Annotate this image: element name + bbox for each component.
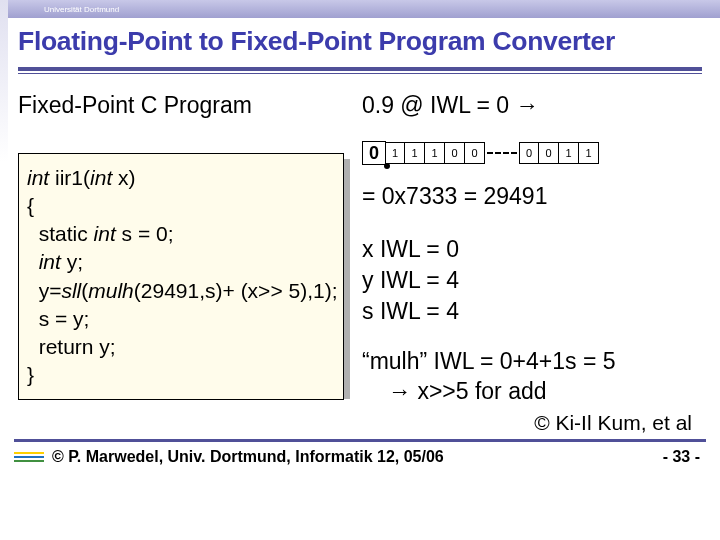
bit-cell: 0 (519, 142, 539, 164)
mulh-line1: “mulh” IWL = 0+4+1s = 5 (362, 347, 702, 377)
page-number: - 33 - (663, 448, 700, 466)
bit-sign: 0 (362, 141, 386, 165)
iwl-s: s IWL = 4 (362, 296, 702, 327)
code-box: int iir1(int x) { static int s = 0; int … (18, 153, 348, 400)
iwl-y: y IWL = 4 (362, 265, 702, 296)
bit-row: 0 1 1 1 0 0 0 0 1 1 (362, 141, 702, 165)
title-divider (18, 67, 702, 74)
bit-cell: 1 (579, 142, 599, 164)
right-expression: 0.9 @ IWL = 0 → (362, 92, 702, 119)
right-column: 0.9 @ IWL = 0 → 0 1 1 1 0 0 0 0 1 1 = 0x… (362, 92, 702, 407)
mulh-block: “mulh” IWL = 0+4+1s = 5 → x>>5 for add (362, 347, 702, 407)
left-subhead: Fixed-Point C Program (18, 92, 348, 119)
university-label: Universität Dortmund (44, 5, 119, 14)
bit-cell: 1 (385, 142, 405, 164)
bit-cell: 0 (445, 142, 465, 164)
bit-cell: 0 (465, 142, 485, 164)
logo-icon (14, 446, 44, 468)
credit: © Ki-Il Kum, et al (18, 411, 702, 435)
iwl-block: x IWL = 0 y IWL = 4 s IWL = 4 (362, 234, 702, 327)
footer: © P. Marwedel, Univ. Dortmund, Informati… (0, 442, 720, 468)
bit-cell: 0 (539, 142, 559, 164)
slide-content: Floating-Point to Fixed-Point Program Co… (0, 18, 720, 435)
iwl-x: x IWL = 0 (362, 234, 702, 265)
bit-cell: 1 (559, 142, 579, 164)
bit-cell: 1 (405, 142, 425, 164)
topbar: Universität Dortmund (0, 0, 720, 18)
hex-equals: = 0x7333 = 29491 (362, 183, 702, 210)
slide-title: Floating-Point to Fixed-Point Program Co… (18, 26, 702, 57)
footer-text: © P. Marwedel, Univ. Dortmund, Informati… (52, 448, 444, 466)
bit-gap (487, 152, 517, 154)
left-column: Fixed-Point C Program int iir1(int x) { … (18, 92, 348, 407)
bit-cell: 1 (425, 142, 445, 164)
mulh-line2: → x>>5 for add (362, 377, 702, 407)
radix-point (384, 163, 390, 169)
